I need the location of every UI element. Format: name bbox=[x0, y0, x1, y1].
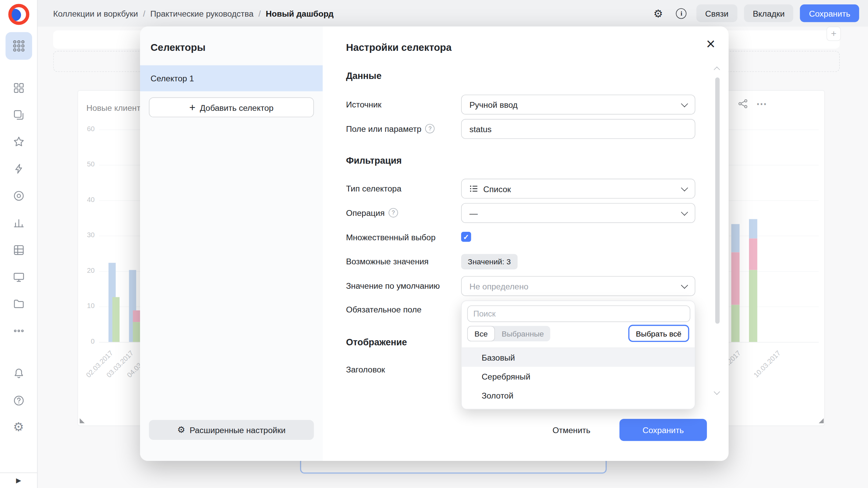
breadcrumb-collections[interactable]: Коллекции и воркбуки bbox=[53, 8, 138, 18]
chevron-down-icon bbox=[681, 184, 688, 191]
breadcrumb-current-dashboard: Новый дашборд bbox=[266, 8, 334, 18]
settings-gear-button[interactable]: ⚙ bbox=[650, 5, 667, 22]
operation-select[interactable]: — bbox=[461, 203, 695, 223]
top-bar: Коллекции и воркбуки / Практические руко… bbox=[38, 0, 868, 26]
close-icon[interactable]: × bbox=[706, 37, 715, 52]
save-selector-button[interactable]: Сохранить bbox=[619, 419, 707, 441]
list-icon bbox=[469, 184, 478, 193]
header-field-label: Заголовок bbox=[346, 365, 385, 374]
operation-value: — bbox=[469, 208, 477, 218]
default-value-select[interactable]: Не определено bbox=[461, 276, 695, 296]
tab-selected[interactable]: Выбранные bbox=[495, 329, 551, 338]
layers-icon bbox=[13, 109, 25, 121]
section-filter-title: Фильтрация bbox=[346, 156, 401, 166]
select-all-button[interactable]: Выбрать всё bbox=[628, 325, 689, 342]
relations-button[interactable]: Связи bbox=[696, 4, 737, 22]
default-value-dropdown: Все Выбранные Выбрать всё Базовый Серебр… bbox=[461, 301, 695, 410]
ellipsis-icon bbox=[13, 325, 25, 337]
question-icon[interactable]: ? bbox=[425, 124, 435, 134]
scrollbar-thumb[interactable] bbox=[715, 78, 719, 324]
sidebar-item-dashboards[interactable] bbox=[13, 82, 25, 94]
selector-type-value: Список bbox=[483, 184, 511, 194]
selector-settings-panel: Настройки селектора × Данные Источник Ру… bbox=[323, 26, 729, 461]
plus-icon: + bbox=[189, 102, 195, 113]
settings-panel-title: Настройки селектора bbox=[346, 42, 452, 54]
add-selector-button[interactable]: + Добавить селектор bbox=[149, 97, 314, 117]
dropdown-option-silver[interactable]: Серебряный bbox=[462, 367, 695, 386]
logo-red-ring bbox=[8, 4, 29, 25]
help-icon bbox=[13, 394, 25, 407]
advanced-settings-button[interactable]: ⚙ Расширенные настройки bbox=[149, 420, 314, 440]
default-value-label: Значение по умолчанию bbox=[346, 281, 440, 290]
sidebar-item-charts[interactable] bbox=[13, 217, 25, 229]
star-icon bbox=[13, 136, 25, 148]
sidebar-item-storage[interactable] bbox=[13, 298, 25, 310]
section-data-title: Данные bbox=[346, 71, 381, 81]
datalens-logo[interactable] bbox=[8, 4, 29, 25]
sidebar-expand-button[interactable]: ▶ bbox=[16, 476, 21, 484]
sidebar-divider bbox=[0, 472, 37, 473]
multichoice-label: Множественный выбор bbox=[346, 232, 435, 242]
default-value-placeholder: Не определено bbox=[469, 281, 528, 291]
selector-type-label: Тип селектора bbox=[346, 184, 401, 193]
selectors-modal: Селекторы Селектор 1 + Добавить селектор… bbox=[140, 26, 729, 461]
dropdown-option-basic[interactable]: Базовый bbox=[462, 348, 695, 367]
breadcrumb-separator: / bbox=[143, 8, 145, 18]
operation-label-text: Операция bbox=[346, 208, 384, 218]
gear-icon: ⚙ bbox=[653, 8, 663, 19]
values-count-badge[interactable]: Значений: 3 bbox=[461, 254, 517, 269]
squares-icon bbox=[13, 82, 25, 94]
dropdown-option-gold[interactable]: Золотой bbox=[462, 386, 695, 405]
folder-icon bbox=[13, 298, 25, 310]
selector-type-select[interactable]: Список bbox=[461, 179, 695, 199]
section-display-title: Отображение bbox=[346, 337, 407, 347]
tabs-button[interactable]: Вкладки bbox=[744, 4, 793, 22]
bell-icon bbox=[13, 367, 25, 380]
info-icon: i bbox=[676, 8, 687, 19]
field-input[interactable] bbox=[461, 119, 695, 139]
breadcrumb: Коллекции и воркбуки / Практические руко… bbox=[53, 8, 334, 18]
info-button[interactable]: i bbox=[673, 5, 690, 22]
selectors-panel-title: Селекторы bbox=[151, 42, 205, 54]
check-icon: ✓ bbox=[463, 233, 469, 241]
breadcrumb-guides[interactable]: Практические руководства bbox=[150, 8, 253, 18]
field-label-text: Поле или параметр bbox=[346, 124, 421, 134]
top-bar-actions: ⚙ i Связи Вкладки Сохранить bbox=[650, 4, 859, 22]
sidebar-item-collections[interactable] bbox=[13, 109, 25, 121]
sidebar: ⚙ ▶ bbox=[0, 0, 38, 488]
sidebar-item-more[interactable] bbox=[13, 325, 25, 337]
scroll-up-icon[interactable] bbox=[714, 66, 720, 73]
sidebar-item-monitoring[interactable] bbox=[13, 271, 25, 283]
tab-all[interactable]: Все bbox=[467, 326, 495, 342]
grid-icon bbox=[13, 244, 25, 256]
chevron-down-icon bbox=[681, 208, 688, 216]
lightning-icon bbox=[13, 163, 25, 175]
selectors-panel: Селекторы Селектор 1 + Добавить селектор… bbox=[140, 26, 323, 461]
monitor-icon bbox=[13, 271, 25, 283]
source-select[interactable]: Ручной ввод bbox=[461, 95, 695, 115]
source-label: Источник bbox=[346, 100, 381, 109]
notifications-button[interactable] bbox=[13, 367, 25, 380]
sidebar-item-datasets[interactable] bbox=[13, 190, 25, 202]
gear-icon: ⚙ bbox=[177, 426, 185, 434]
play-icon: ▶ bbox=[16, 476, 21, 484]
chevron-down-icon bbox=[681, 281, 688, 288]
app-root: Коллекции и воркбуки / Практические руко… bbox=[0, 0, 868, 488]
required-field-label: Обязательное поле bbox=[346, 305, 421, 314]
question-icon[interactable]: ? bbox=[389, 208, 398, 218]
help-button[interactable] bbox=[13, 394, 25, 407]
save-dashboard-button[interactable]: Сохранить bbox=[800, 4, 859, 22]
add-selector-label: Добавить селектор bbox=[200, 103, 273, 112]
sidebar-item-connections[interactable] bbox=[13, 163, 25, 175]
multichoice-checkbox[interactable]: ✓ bbox=[461, 232, 471, 242]
scroll-down-icon[interactable] bbox=[714, 389, 720, 395]
dropdown-search-input[interactable] bbox=[467, 305, 690, 322]
apps-grid-icon[interactable] bbox=[13, 40, 25, 52]
sidebar-item-tables[interactable] bbox=[13, 244, 25, 256]
sidebar-settings-button[interactable]: ⚙ bbox=[13, 421, 24, 433]
sidebar-item-favorites[interactable] bbox=[13, 136, 25, 148]
target-icon bbox=[13, 190, 25, 202]
cancel-button[interactable]: Отменить bbox=[545, 420, 598, 440]
selector-list-item-selected[interactable]: Селектор 1 bbox=[140, 65, 323, 92]
field-label: Поле или параметр ? bbox=[346, 124, 435, 134]
